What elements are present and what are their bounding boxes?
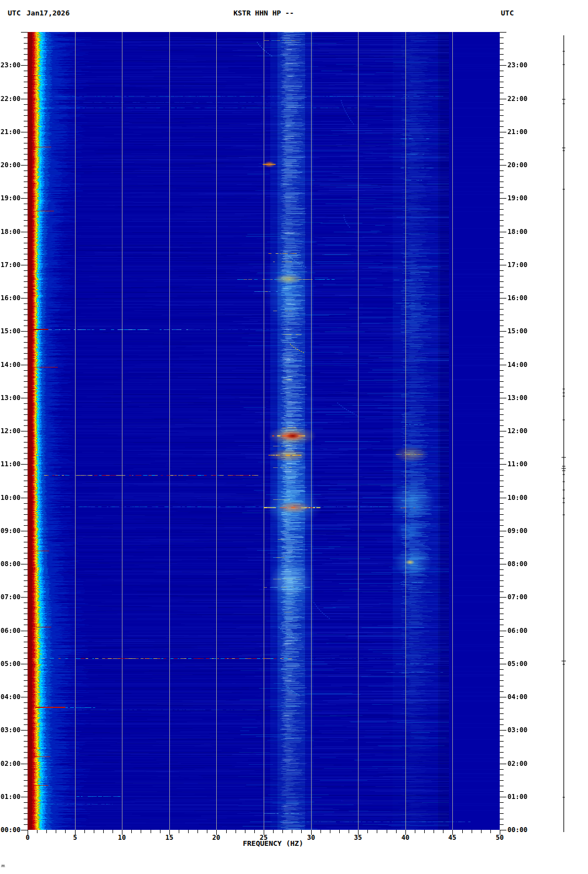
freq-tick bbox=[443, 830, 443, 833]
time-tick bbox=[21, 165, 28, 166]
time-tick bbox=[24, 536, 28, 537]
time-tick bbox=[24, 292, 28, 293]
time-tick bbox=[500, 536, 504, 537]
time-tick bbox=[500, 409, 504, 409]
time-tick bbox=[500, 797, 506, 797]
time-tick bbox=[24, 619, 28, 620]
time-tick bbox=[500, 664, 506, 664]
time-tick bbox=[500, 159, 504, 160]
time-tick bbox=[24, 591, 28, 592]
time-tick bbox=[500, 87, 504, 88]
time-tick bbox=[500, 110, 504, 110]
time-tick bbox=[500, 736, 504, 736]
utc-label-right: UTC bbox=[501, 9, 514, 17]
time-tick bbox=[500, 126, 504, 127]
time-label-left: 03:00 bbox=[1, 727, 20, 734]
freq-tick bbox=[207, 830, 207, 833]
time-tick bbox=[500, 337, 504, 337]
time-label-right: 18:00 bbox=[507, 228, 532, 236]
time-tick bbox=[500, 431, 506, 431]
time-tick bbox=[500, 830, 506, 830]
time-tick bbox=[21, 365, 28, 365]
time-tick bbox=[24, 60, 28, 60]
time-tick bbox=[500, 49, 504, 49]
time-tick bbox=[500, 32, 506, 33]
time-tick bbox=[500, 65, 506, 66]
time-label-left: 02:00 bbox=[1, 760, 20, 768]
time-tick bbox=[500, 182, 504, 182]
time-tick bbox=[24, 736, 28, 736]
time-tick bbox=[24, 492, 28, 492]
time-tick bbox=[24, 547, 28, 548]
freq-tick bbox=[65, 830, 66, 833]
freq-tick bbox=[226, 830, 227, 833]
time-tick bbox=[500, 232, 506, 232]
time-tick bbox=[500, 420, 504, 420]
time-tick bbox=[24, 420, 28, 420]
time-tick bbox=[500, 713, 504, 714]
freq-tick bbox=[330, 830, 330, 833]
time-tick bbox=[24, 342, 28, 343]
time-tick bbox=[500, 503, 504, 504]
time-tick bbox=[24, 459, 28, 459]
time-label-left: 08:00 bbox=[1, 561, 20, 568]
time-tick bbox=[500, 165, 506, 166]
freq-tick bbox=[320, 830, 321, 833]
freq-tick bbox=[292, 830, 292, 833]
time-tick bbox=[500, 802, 504, 803]
time-tick bbox=[24, 686, 28, 686]
time-tick bbox=[24, 569, 28, 570]
time-tick bbox=[24, 376, 28, 376]
date-label: Jan17,2026 bbox=[26, 9, 70, 17]
time-tick bbox=[500, 187, 504, 188]
time-tick bbox=[500, 287, 504, 287]
time-tick bbox=[24, 436, 28, 437]
time-tick bbox=[500, 747, 504, 747]
time-tick bbox=[24, 387, 28, 387]
time-tick bbox=[500, 492, 504, 492]
time-tick bbox=[500, 597, 506, 598]
time-tick bbox=[24, 542, 28, 542]
time-label-left: 12:00 bbox=[1, 428, 20, 435]
time-tick bbox=[21, 298, 28, 299]
time-tick bbox=[24, 348, 28, 348]
time-tick bbox=[500, 824, 504, 825]
time-tick bbox=[21, 631, 28, 631]
time-tick bbox=[24, 691, 28, 692]
time-tick bbox=[24, 558, 28, 559]
time-tick bbox=[500, 121, 504, 121]
time-tick bbox=[24, 769, 28, 770]
time-tick bbox=[500, 387, 504, 387]
time-tick bbox=[24, 653, 28, 653]
time-tick bbox=[500, 580, 504, 581]
time-tick bbox=[24, 580, 28, 581]
time-tick bbox=[500, 320, 504, 321]
freq-tick-label: 35 bbox=[351, 834, 365, 841]
time-tick bbox=[24, 514, 28, 515]
time-tick bbox=[24, 724, 28, 725]
freq-tick bbox=[273, 830, 274, 833]
freq-tick bbox=[472, 830, 472, 833]
time-tick bbox=[500, 631, 506, 631]
time-label-right: 11:00 bbox=[507, 461, 532, 468]
time-label-left: 17:00 bbox=[1, 262, 20, 269]
time-tick bbox=[21, 431, 28, 431]
time-tick bbox=[24, 287, 28, 287]
time-tick bbox=[500, 531, 506, 531]
time-tick bbox=[500, 331, 506, 332]
time-tick bbox=[500, 691, 504, 692]
time-tick bbox=[24, 808, 28, 808]
time-tick bbox=[500, 547, 504, 548]
time-tick bbox=[24, 71, 28, 71]
freq-tick bbox=[103, 830, 104, 833]
time-tick bbox=[24, 126, 28, 127]
time-tick bbox=[24, 409, 28, 409]
time-label-right: 22:00 bbox=[507, 95, 532, 103]
time-tick bbox=[24, 647, 28, 648]
time-tick bbox=[500, 769, 504, 770]
time-tick bbox=[21, 764, 28, 764]
time-label-left: 15:00 bbox=[1, 328, 20, 335]
freq-tick bbox=[113, 830, 113, 833]
time-tick bbox=[24, 813, 28, 814]
time-tick bbox=[24, 220, 28, 221]
